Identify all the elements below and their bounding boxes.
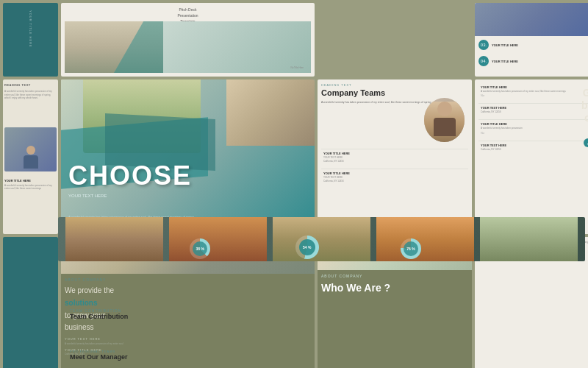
choose-slide: CHOOSE YOUR TEXT HERE A wonderful sereni… — [61, 79, 315, 234]
meet-manager-section: Pro Fesional Teams Meet Our Manager — [70, 350, 128, 361]
company-teams-slide: Heading Text Company Teams A wonderful s… — [318, 79, 472, 234]
pitch-subtitle: Presentation — [177, 13, 198, 18]
right-card-2-text: California, NY 12456 — [481, 110, 588, 113]
teams-heading: Company Teams — [321, 88, 468, 97]
guide-partial-heading: Gui bus onl — [581, 87, 588, 124]
person-1 — [65, 217, 163, 261]
numbered-item-4-label: YOUR TITLE HERE — [492, 60, 518, 63]
icon-box-4: 04. — [478, 56, 489, 66]
numbered-items-slide: 03. YOUR TITLE HERE 04. YOUR TITLE HERE — [475, 3, 588, 77]
right-card-4: YOUR TEXT HERE California, NY 12456 — [478, 141, 588, 153]
teams-item-1-title: YOUR TITLE HERE — [323, 152, 466, 155]
choose-subtext: YOUR TEXT HERE — [68, 194, 107, 198]
about-small-text: A wonderful serenity has taken possessio… — [65, 342, 311, 346]
icon-4-text: 04. — [481, 59, 487, 63]
teams-content: Heading Text Company Teams A wonderful s… — [321, 83, 468, 230]
team-photo-strip: 38 % 54 % 76 % — [58, 217, 585, 261]
sidebar-slide-top: YOUR TITLE HERE — [3, 3, 58, 77]
who-label: About Company — [321, 274, 468, 278]
right-card-3-text: A wonderful serenity has taken possessio… — [481, 127, 588, 130]
pitch-small-info: No Title Here — [290, 66, 304, 69]
sidebar-small-text: A wonderful serenity has taken possessio… — [4, 184, 57, 190]
right-card-1-text: A wonderful serenity has taken possessio… — [481, 90, 588, 93]
teams-item-1: YOUR TITLE HERE YOUR TEXT HERE Californi… — [321, 149, 468, 165]
right-cards-slide: YOUR TITLE HERE A wonderful serenity has… — [475, 79, 588, 234]
icon-box-3: 03. — [478, 40, 489, 50]
right-card-3-nr: No — [481, 131, 588, 135]
choose-heading: CHOOSE — [68, 160, 192, 191]
person-5 — [480, 217, 578, 261]
teams-item-2-text: YOUR TEXT HERE — [323, 176, 466, 179]
team-people-row: 38 % 54 % 76 % — [58, 217, 585, 261]
teams-item-1-nr: California, NY 12456 — [323, 160, 466, 163]
sidebar-title-below: YOUR TITLE HERE — [4, 179, 57, 183]
teams-item-1-text: YOUR TEXT HERE — [323, 156, 466, 159]
numbered-photo — [475, 3, 588, 36]
right-card-1-title: YOUR TITLE HERE — [481, 85, 588, 89]
donut-54-label: 54 % — [299, 239, 315, 255]
teams-label: Heading Text — [321, 83, 468, 87]
numbered-item-3: 03. YOUR TITLE HERE — [478, 40, 588, 50]
teams-photo — [424, 98, 465, 142]
teams-item-2-nr: California, NY 12456 — [323, 180, 466, 183]
numbered-item-4: 04. YOUR TITLE HERE — [478, 56, 588, 66]
pitch-body-area: No Title Here — [65, 21, 311, 73]
guide-p3: onl — [581, 112, 588, 124]
about-solutions-word: solutions — [65, 299, 97, 307]
about-heading-p3: business — [65, 323, 93, 331]
guide-p2: bus — [581, 99, 588, 112]
team-contribution-section: Team Contribution Team Contribution — [70, 308, 128, 320]
about-label: About Company — [65, 277, 311, 282]
sidebar-slide-bottom — [3, 237, 58, 368]
guide-p1: Gui — [581, 87, 588, 99]
right-card-1: YOUR TITLE HERE A wonderful serenity has… — [478, 83, 588, 99]
right-card-2: YOUR TEXT HERE California, NY 12456 — [478, 103, 588, 116]
right-card-3-title: YOUR TITLE HERE — [481, 122, 588, 126]
sidebar-label-1: YOUR TITLE HERE — [29, 10, 32, 48]
pitch-deck-slide: Pitch Deck Presentation Template No Titl… — [61, 3, 315, 77]
meet-manager-heading: Meet Our Manager — [70, 353, 128, 361]
team-contrib-heading: Team Contribution — [70, 313, 128, 320]
sidebar-reading-label: READING TEXT — [4, 83, 57, 87]
donut-54: 54 % — [295, 236, 319, 259]
about-your-text: YOUR TEXT HERE — [65, 337, 311, 341]
about-heading-p1: We provide the — [65, 286, 114, 294]
right-card-4-text: California, NY 12456 — [481, 148, 588, 151]
teams-item-2: YOUR TITLE HERE YOUR TEXT HERE Californi… — [321, 169, 468, 185]
numbered-content: 03. YOUR TITLE HERE 04. YOUR TITLE HERE — [478, 40, 588, 73]
right-card-1-nr: No — [481, 93, 588, 97]
right-card-3: YOUR TITLE HERE A wonderful serenity has… — [478, 119, 588, 136]
teams-item-2-title: YOUR TITLE HERE — [323, 171, 466, 175]
icon-3-text: 03. — [481, 43, 487, 47]
who-content: About Company Who We Are ? — [321, 274, 468, 368]
person-3 — [273, 217, 370, 261]
donut-76-label: 76 % — [404, 241, 418, 256]
donut-38-label: 38 % — [193, 241, 207, 256]
right-card-2-title: YOUR TEXT HERE — [481, 106, 588, 110]
person-2 — [169, 217, 267, 261]
teams-photo-inner — [424, 102, 465, 142]
choose-photo-right — [226, 79, 315, 146]
pitch-label: Pitch Deck — [179, 7, 197, 12]
who-heading: Who We Are ? — [321, 282, 468, 294]
sidebar-reading-body: A wonderful serenity has taken possessio… — [4, 90, 57, 100]
sidebar-slide-mid: READING TEXT A wonderful serenity has ta… — [3, 79, 58, 234]
right-card-4-title: YOUR TEXT HERE — [481, 144, 588, 147]
pitch-image-right — [163, 21, 311, 73]
person-4 — [376, 217, 474, 261]
teal-circle-icon: ✓ — [584, 138, 588, 147]
page-container: YOUR TITLE HERE READING TEXT A wonderful… — [0, 0, 588, 368]
right-cards-content: YOUR TITLE HERE A wonderful serenity has… — [478, 83, 588, 230]
donut-76: 76 % — [401, 238, 421, 259]
numbered-item-3-label: YOUR TITLE HERE — [492, 43, 518, 47]
